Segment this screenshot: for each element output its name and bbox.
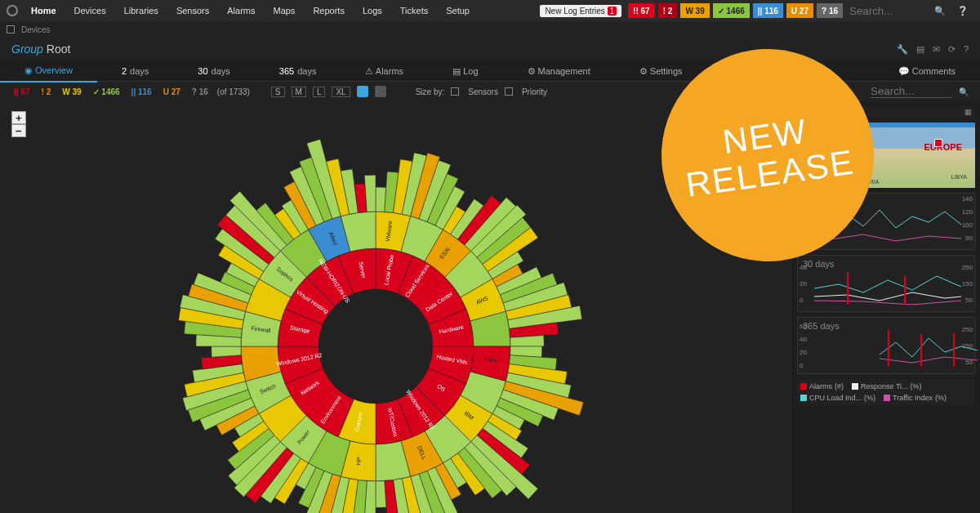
size-m[interactable]: M <box>292 87 306 97</box>
badge-unknown[interactable]: ? 16 <box>817 3 843 18</box>
svg-rect-32 <box>920 334 922 367</box>
nav-setup[interactable]: Setup <box>438 0 478 21</box>
filter-down[interactable]: || 67 <box>11 87 33 96</box>
view-toggle-1-icon[interactable] <box>357 86 368 97</box>
filter-unusual[interactable]: U 27 <box>161 87 183 96</box>
nav-maps[interactable]: Maps <box>265 0 303 21</box>
nav-logs[interactable]: Logs <box>354 0 390 21</box>
size-s[interactable]: S <box>271 87 285 97</box>
mini-chart-30d[interactable]: 30 days 40 20 0 250 150 50 <box>797 255 975 312</box>
svg-rect-30 <box>904 276 906 305</box>
help-icon[interactable]: ❔ <box>952 6 973 16</box>
sizeby-priority-checkbox[interactable] <box>505 87 513 96</box>
legend-cpu-icon <box>800 395 807 401</box>
badge-down-ack[interactable]: ! 2 <box>658 3 678 18</box>
logo-icon <box>7 5 18 16</box>
filter-up[interactable]: ✓ 1466 <box>91 87 122 96</box>
chart-legend: Alarms (#) Response Ti... (%) CPU Load I… <box>797 379 975 405</box>
nav-home[interactable]: Home <box>23 0 65 21</box>
badge-unusual[interactable]: U 27 <box>786 3 813 18</box>
tab-overview[interactable]: ◉ Overview <box>0 60 97 83</box>
filter-warn[interactable]: W 39 <box>60 87 83 96</box>
mail-icon[interactable]: ✉ <box>933 44 940 55</box>
tab-log[interactable]: ▤ Log <box>428 60 502 82</box>
filter-unknown[interactable]: ? 16 <box>189 87 211 96</box>
sizeby-sensors-checkbox[interactable] <box>451 87 459 96</box>
svg-point-0 <box>318 289 433 404</box>
nav-sensors[interactable]: Sensors <box>168 0 217 21</box>
badge-warning[interactable]: W 39 <box>680 3 709 18</box>
badge-paused[interactable]: || 116 <box>753 3 783 18</box>
badge-down[interactable]: !! 67 <box>628 3 655 18</box>
breadcrumb-item[interactable]: Devices <box>21 25 51 34</box>
legend-alarms-icon <box>800 383 807 390</box>
size-l[interactable]: L <box>313 87 326 97</box>
mini-chart-365d[interactable]: 365 days 60 40 20 0 250 150 50 <box>797 317 975 374</box>
svg-rect-29 <box>847 272 849 305</box>
help-small-icon[interactable]: ? <box>964 44 969 55</box>
filter-downack[interactable]: ! 2 <box>39 87 54 96</box>
zoom-out-button[interactable]: − <box>11 124 26 137</box>
sidebar-qr-icon[interactable]: ▦ <box>964 108 972 116</box>
nav-devices[interactable]: Devices <box>66 0 114 21</box>
view-toggle-2-icon[interactable] <box>375 86 386 97</box>
sunburst-chart[interactable]: Local ProbeCloud ServicesData CenterHard… <box>147 134 604 513</box>
size-xl[interactable]: XL <box>332 87 350 97</box>
nav-reports[interactable]: Reports <box>305 0 353 21</box>
tab-2days[interactable]: 2days <box>97 60 173 82</box>
filter-search-input[interactable] <box>871 85 952 98</box>
nav-tickets[interactable]: Tickets <box>392 0 436 21</box>
tab-comments[interactable]: 💬 Comments <box>874 60 980 82</box>
filter-paused[interactable]: || 116 <box>129 87 154 96</box>
filter-total: (of 1733) <box>217 87 250 96</box>
wrench-icon[interactable]: 🔧 <box>897 44 908 55</box>
nav-alarms[interactable]: Alarms <box>219 0 263 21</box>
legend-response-icon <box>852 383 858 390</box>
top-nav: Home Devices Libraries Sensors Alarms Ma… <box>0 0 980 21</box>
tab-alarms[interactable]: ⚠ Alarms <box>341 60 428 82</box>
search-input[interactable] <box>846 3 928 19</box>
legend-traffic-icon <box>884 395 890 401</box>
zoom-in-button[interactable]: + <box>11 111 26 124</box>
badge-up[interactable]: ✓ 1466 <box>713 3 750 18</box>
filter-search-icon[interactable]: 🔍 <box>959 87 969 96</box>
search-icon[interactable]: 🔍 <box>929 6 951 16</box>
tab-365days[interactable]: 365days <box>255 60 341 82</box>
svg-rect-33 <box>953 332 955 367</box>
new-log-entries-button[interactable]: New Log Entries 1 <box>540 5 621 17</box>
sizeby-label: Size by: <box>416 87 445 96</box>
refresh-icon[interactable]: ⟳ <box>948 44 956 55</box>
list-icon[interactable]: ▤ <box>916 44 924 55</box>
page-title: Group Root <box>11 42 70 56</box>
home-icon[interactable] <box>7 25 15 33</box>
svg-text:HP: HP <box>355 457 362 466</box>
group-header: Group Root 🔧 ▤ ✉ ⟳ ? <box>0 38 980 60</box>
nav-libraries[interactable]: Libraries <box>116 0 167 21</box>
svg-rect-31 <box>888 330 889 367</box>
tab-management[interactable]: ⚙ Management <box>503 60 615 82</box>
breadcrumb: Devices <box>0 21 980 38</box>
tab-30days[interactable]: 30days <box>173 60 255 82</box>
map-marker-icon[interactable] <box>934 139 942 147</box>
